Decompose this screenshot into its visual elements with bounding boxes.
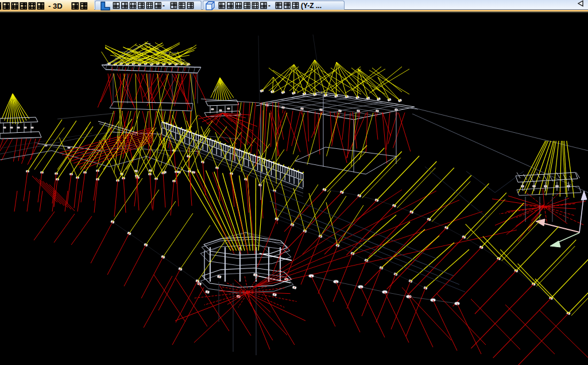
svg-text:-: - [268,2,270,10]
svg-text:(Y-Z ...: (Y-Z ... [301,2,322,10]
svg-text:-: - [163,2,165,10]
svg-text:- 3D: - 3D [48,2,63,10]
